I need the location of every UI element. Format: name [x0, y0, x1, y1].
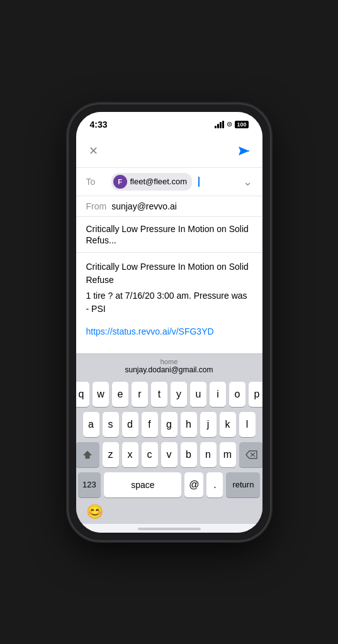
return-key[interactable]: return — [226, 472, 260, 497]
key-i[interactable]: i — [210, 382, 226, 407]
battery-icon: 100 — [235, 121, 248, 128]
key-g[interactable]: g — [161, 412, 177, 437]
status-bar: 4:33 ⊜ 100 — [76, 112, 262, 135]
home-indicator-container — [76, 524, 262, 533]
numbers-key[interactable]: 123 — [78, 472, 101, 497]
email-compose: ✕ To F fleet@fleet.com ⌄ — [76, 135, 262, 353]
autocomplete-label: home — [161, 358, 178, 365]
at-key[interactable]: @ — [184, 472, 203, 497]
from-row: From sunjay@revvo.ai — [76, 196, 262, 217]
key-l[interactable]: l — [239, 412, 256, 437]
send-button[interactable] — [235, 142, 252, 160]
phone-screen: 4:33 ⊜ 100 ✕ — [76, 112, 262, 533]
subject-row[interactable]: Critically Low Pressure In Motion on Sol… — [76, 217, 262, 253]
delete-key[interactable] — [239, 442, 262, 467]
from-label: From — [86, 201, 107, 211]
keyboard-row-3: z x c v b n m — [78, 442, 261, 467]
key-m[interactable]: m — [220, 442, 236, 467]
key-r[interactable]: r — [132, 382, 148, 407]
signal-icon — [215, 121, 224, 128]
autocomplete-bar[interactable]: home sunjay.dodani@gmail.com — [76, 353, 262, 378]
key-w[interactable]: w — [93, 382, 109, 407]
key-y[interactable]: y — [171, 382, 187, 407]
space-key[interactable]: space — [104, 472, 181, 497]
status-time: 4:33 — [90, 119, 108, 130]
key-q[interactable]: q — [76, 382, 90, 407]
period-key[interactable]: . — [206, 472, 223, 497]
key-v[interactable]: v — [161, 442, 177, 467]
key-a[interactable]: a — [83, 412, 99, 437]
key-t[interactable]: t — [151, 382, 167, 407]
key-b[interactable]: b — [181, 442, 197, 467]
keyboard-row-1: q w e r t y u i o p — [78, 382, 261, 407]
wifi-icon: ⊜ — [227, 120, 232, 128]
keyboard: q w e r t y u i o p a s d f g h j k — [76, 378, 262, 501]
home-indicator — [138, 528, 201, 530]
keyboard-row-2: a s d f g h j k l — [78, 412, 261, 437]
key-p[interactable]: p — [249, 382, 262, 407]
email-toolbar: ✕ — [76, 135, 262, 168]
body-line1: Critically Low Pressure In Motion on Sol… — [86, 260, 252, 287]
avatar: F — [113, 175, 127, 189]
subject-text: Critically Low Pressure In Motion on Sol… — [86, 224, 249, 245]
send-icon — [237, 144, 251, 158]
shift-icon — [82, 450, 93, 460]
svg-marker-2 — [82, 450, 91, 458]
key-s[interactable]: s — [103, 412, 119, 437]
autocomplete-email: sunjay.dodani@gmail.com — [125, 365, 213, 374]
email-body[interactable]: Critically Low Pressure In Motion on Sol… — [76, 253, 262, 353]
bottom-bar: 😊 — [76, 501, 262, 524]
key-n[interactable]: n — [200, 442, 217, 467]
to-row: To F fleet@fleet.com ⌄ — [76, 168, 262, 196]
emoji-button[interactable]: 😊 — [86, 504, 103, 520]
key-z[interactable]: z — [103, 442, 119, 467]
phone-frame: 4:33 ⊜ 100 ✕ — [69, 104, 270, 540]
keyboard-row-4: 123 space @ . return — [78, 472, 261, 497]
recipient-email: fleet@fleet.com — [130, 177, 188, 186]
key-h[interactable]: h — [181, 412, 197, 437]
close-button[interactable]: ✕ — [86, 143, 101, 158]
expand-icon[interactable]: ⌄ — [243, 175, 252, 189]
to-label: To — [86, 177, 106, 187]
body-line2: 1 tire ? at 7/16/20 3:00 am. Pressure wa… — [86, 289, 252, 316]
key-x[interactable]: x — [122, 442, 138, 467]
key-d[interactable]: d — [122, 412, 138, 437]
key-f[interactable]: f — [142, 412, 158, 437]
key-o[interactable]: o — [229, 382, 245, 407]
key-c[interactable]: c — [142, 442, 158, 467]
recipient-chip[interactable]: F fleet@fleet.com — [111, 173, 193, 191]
key-k[interactable]: k — [220, 412, 236, 437]
text-cursor — [198, 177, 200, 187]
status-icons: ⊜ 100 — [215, 120, 248, 128]
key-u[interactable]: u — [190, 382, 206, 407]
key-j[interactable]: j — [200, 412, 217, 437]
sender-email: sunjay@revvo.ai — [111, 201, 177, 211]
body-link[interactable]: https://status.revvo.ai/v/SFG3YD — [86, 326, 214, 336]
key-e[interactable]: e — [112, 382, 128, 407]
delete-icon — [245, 450, 257, 460]
shift-key[interactable] — [76, 442, 99, 467]
